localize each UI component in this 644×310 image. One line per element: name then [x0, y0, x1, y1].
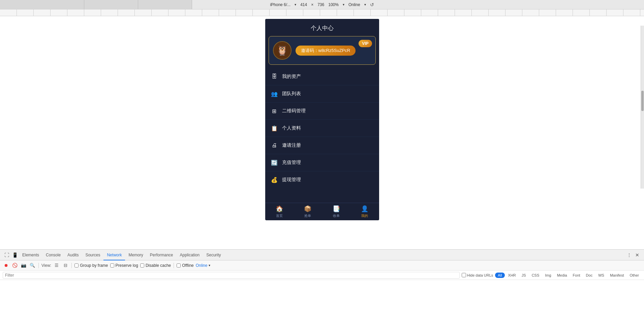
profile-icon: 📋 [271, 124, 278, 132]
menu-item-withdraw[interactable]: 💰 提现管理 [265, 171, 379, 188]
bar-segment-3 [138, 0, 192, 9]
zoom-dropdown[interactable]: ▾ [343, 3, 344, 6]
menu-item-recharge[interactable]: 🔄 充值管理 [265, 154, 379, 171]
disable-cache-checkbox[interactable] [140, 263, 144, 267]
ruler-bar [0, 9, 644, 16]
devtools-panel: ⛶ 📱 Elements Console Audits Sources Netw… [0, 249, 644, 310]
filter-tag-manifest[interactable]: Manifest [608, 272, 626, 278]
separator-2 [71, 263, 72, 268]
offline-label: Offline [182, 263, 193, 268]
zoom-level[interactable]: 100% [328, 2, 339, 7]
disable-cache-label: Disable cache [146, 263, 171, 268]
devtools-inspect-btn[interactable]: ⛶ [3, 251, 11, 259]
group-by-frame-group: Group by frame [74, 263, 108, 268]
disable-cache-group: Disable cache [140, 263, 171, 268]
tab-application[interactable]: Application [177, 250, 203, 260]
hide-data-urls-checkbox[interactable] [462, 273, 466, 277]
right-scrollbar[interactable] [641, 26, 644, 189]
menu-label-team: 团队列表 [282, 91, 301, 97]
menu-label-profile: 个人资料 [282, 125, 301, 131]
devtools-device-btn[interactable]: 📱 [11, 251, 19, 259]
tab-sources[interactable]: Sources [82, 250, 103, 260]
tab-elements[interactable]: Elements [19, 250, 42, 260]
devtools-tabs-bar: ⛶ 📱 Elements Console Audits Sources Netw… [0, 250, 644, 260]
filter-tags: All XHR JS CSS Img Media Font Doc WS Man… [495, 272, 641, 278]
filter-bar: Hide data URLs All XHR JS CSS Img Media … [0, 271, 644, 280]
record-btn[interactable]: ⏺ [3, 262, 9, 269]
online-dropdown[interactable]: ▾ [209, 263, 210, 267]
separator-1 [38, 263, 39, 268]
tab-console[interactable]: Console [42, 250, 64, 260]
invite-icon: 🖨 [271, 142, 278, 149]
grab-icon: 📦 [304, 205, 311, 213]
clear-btn[interactable]: 🚫 [11, 262, 18, 269]
home-icon: 🏠 [276, 205, 283, 213]
tab-security[interactable]: Security [203, 250, 224, 260]
online-label[interactable]: Online [196, 263, 208, 268]
assets-icon: 🗄 [271, 73, 278, 80]
tab-performance[interactable]: Performance [147, 250, 177, 260]
network-status[interactable]: Online [348, 2, 360, 7]
device-name[interactable]: iPhone 6/... [270, 2, 290, 7]
recharge-icon: 🔄 [271, 159, 278, 166]
screenshot-btn[interactable]: 📷 [20, 262, 27, 269]
mine-icon: 👤 [361, 205, 368, 213]
menu-list: 🗄 我的资产 👥 团队列表 ⊞ 二维码管理 📋 个人资料 🖨 邀请注册 🔄 [265, 68, 379, 188]
tab-mine[interactable]: 👤 我的 [350, 205, 379, 218]
group-by-frame-checkbox[interactable] [74, 263, 79, 267]
devtools-close-btn[interactable]: ✕ [633, 251, 641, 259]
filter-btn[interactable]: 🔍 [29, 262, 36, 269]
filter-tag-img[interactable]: Img [543, 272, 553, 278]
filter-tag-xhr[interactable]: XHR [506, 272, 518, 278]
menu-item-team[interactable]: 👥 团队列表 [265, 85, 379, 103]
profile-card: 🦉 邀请码：w8cRz5SuZPcR VIP [269, 36, 376, 65]
network-content [0, 280, 644, 310]
separator-3 [174, 263, 174, 268]
network-dropdown[interactable]: ▾ [364, 3, 366, 6]
menu-label-recharge: 充值管理 [282, 160, 301, 166]
filter-tag-ws[interactable]: WS [596, 272, 607, 278]
menu-item-profile[interactable]: 📋 个人资料 [265, 120, 379, 137]
tab-network[interactable]: Network [103, 250, 125, 260]
menu-label-withdraw: 提现管理 [282, 177, 301, 183]
tab-receive-label: 收单 [333, 214, 340, 218]
tab-home-label: 首页 [276, 214, 283, 218]
hide-data-urls-group: Hide data URLs [462, 273, 493, 277]
filter-tag-media[interactable]: Media [555, 272, 570, 278]
filter-tag-css[interactable]: CSS [529, 272, 542, 278]
offline-checkbox[interactable] [177, 263, 181, 267]
filter-tag-js[interactable]: JS [519, 272, 528, 278]
devtools-more-btn[interactable]: ⋮ [625, 251, 633, 259]
preserve-log-group: Preserve log [110, 263, 138, 268]
avatar-image: 🦉 [274, 42, 291, 59]
tab-home[interactable]: 🏠 首页 [265, 205, 294, 218]
menu-item-invite[interactable]: 🖨 邀请注册 [265, 137, 379, 154]
filter-input[interactable] [3, 272, 460, 279]
preserve-log-checkbox[interactable] [110, 263, 114, 267]
scrollbar-thumb[interactable] [641, 91, 644, 111]
tab-grab[interactable]: 📦 抢单 [294, 205, 322, 218]
menu-item-qrcode[interactable]: ⊞ 二维码管理 [265, 103, 379, 120]
menu-label-assets: 我的资产 [282, 74, 301, 80]
view-list-btn[interactable]: ☰ [53, 262, 60, 269]
main-content-area: 个人中心 🦉 邀请码：w8cRz5SuZPcR VIP 🗄 我的资产 👥 团队列… [0, 16, 644, 249]
filter-tag-other[interactable]: Other [627, 272, 641, 278]
withdraw-icon: 💰 [271, 176, 278, 184]
filter-tag-font[interactable]: Font [571, 272, 583, 278]
device-dropdown-arrow[interactable]: ▾ [295, 3, 296, 6]
filter-tag-all[interactable]: All [495, 273, 504, 278]
avatar: 🦉 [273, 41, 292, 60]
view-large-btn[interactable]: ⊟ [62, 262, 69, 269]
filter-tag-doc[interactable]: Doc [584, 272, 595, 278]
device-bar: iPhone 6/... ▾ 414 × 736 100% ▾ Online ▾… [0, 0, 644, 9]
tab-mine-label: 我的 [361, 214, 368, 218]
refresh-icon[interactable]: ↺ [370, 2, 374, 7]
menu-item-assets[interactable]: 🗄 我的资产 [265, 68, 379, 85]
ruler-fill [0, 9, 644, 16]
tab-memory[interactable]: Memory [125, 250, 146, 260]
tab-bar: 🏠 首页 📦 抢单 📑 收单 👤 我的 [265, 203, 379, 220]
invite-code-badge: 邀请码：w8cRz5SuZPcR [296, 46, 356, 56]
team-icon: 👥 [271, 90, 278, 97]
tab-receive[interactable]: 📑 收单 [322, 205, 351, 218]
tab-audits[interactable]: Audits [64, 250, 82, 260]
